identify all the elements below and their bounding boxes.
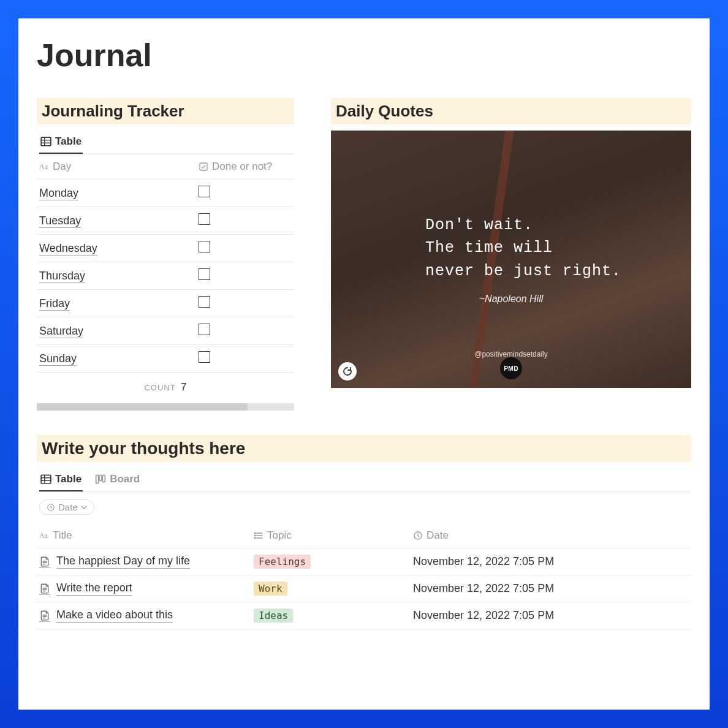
table-row[interactable]: Sunday	[37, 345, 294, 373]
date-cell: November 12, 2022 7:05 PM	[413, 609, 689, 622]
day-cell[interactable]: Friday	[39, 297, 199, 310]
chevron-down-icon	[81, 504, 87, 510]
count-value: 7	[181, 381, 186, 393]
done-cell[interactable]	[199, 324, 292, 338]
journaling-tracker-block: Journaling Tracker Table Aa Day	[37, 98, 294, 411]
day-cell[interactable]: Sunday	[39, 352, 199, 365]
quote-brand-badge: PMD	[500, 357, 522, 379]
page-icon	[39, 583, 50, 595]
topic-tag: Feelings	[254, 555, 311, 569]
checkbox[interactable]	[199, 324, 210, 335]
svg-rect-12	[103, 475, 105, 482]
clock-icon	[47, 503, 55, 512]
svg-rect-11	[99, 475, 102, 480]
table-row[interactable]: Friday	[37, 290, 294, 317]
done-cell[interactable]	[199, 241, 292, 256]
page-icon	[39, 556, 50, 568]
svg-text:Aa: Aa	[39, 162, 48, 171]
quote-text: Don't wait. The time will never be just …	[425, 214, 621, 283]
thoughts-column-headers: Aa Title Topic Date	[37, 523, 691, 548]
thoughts-tabs: Table Board	[37, 468, 691, 492]
thoughts-header: Write your thoughts here	[37, 435, 691, 462]
clock-icon	[413, 531, 423, 540]
journal-page: Journal Journaling Tracker Table Aa Day	[18, 18, 710, 710]
day-cell[interactable]: Thursday	[39, 270, 199, 282]
tracker-column-headers: Aa Day Done or not?	[37, 154, 294, 180]
quote-author: ~Napoleon Hill	[479, 294, 544, 305]
checkbox[interactable]	[199, 351, 210, 363]
col-header-day[interactable]: Aa Day	[39, 161, 199, 173]
date-cell: November 12, 2022 7:05 PM	[413, 555, 689, 568]
table-row[interactable]: Tuesday	[37, 207, 294, 235]
topic-cell[interactable]: Work	[254, 582, 413, 595]
tab-table-thoughts[interactable]: Table	[39, 468, 83, 491]
thoughts-block: Write your thoughts here Table Board Dat…	[37, 435, 691, 629]
table-row[interactable]: The happiest Day of my life Feelings Nov…	[37, 548, 691, 575]
thought-rows: The happiest Day of my life Feelings Nov…	[37, 548, 691, 629]
table-row[interactable]: Thursday	[37, 262, 294, 290]
table-icon	[40, 136, 51, 147]
svg-rect-5	[200, 163, 207, 170]
checkbox[interactable]	[199, 213, 210, 225]
table-row[interactable]: Wednesday	[37, 235, 294, 262]
text-type-icon: Aa	[39, 531, 49, 540]
sort-label: Date	[58, 502, 78, 512]
table-row[interactable]: Make a video about this Ideas November 1…	[37, 602, 691, 629]
tracker-tabs: Table	[37, 131, 294, 154]
page-title: Journal	[37, 37, 691, 74]
tracker-header: Journaling Tracker	[37, 98, 294, 124]
table-row[interactable]: Monday	[37, 180, 294, 207]
svg-point-18	[254, 533, 256, 534]
sort-date-chip[interactable]: Date	[39, 499, 94, 515]
col-header-date[interactable]: Date	[413, 529, 689, 542]
tab-table-label: Table	[55, 135, 82, 148]
day-cell[interactable]: Tuesday	[39, 214, 199, 227]
svg-rect-6	[41, 475, 51, 483]
checkbox[interactable]	[199, 241, 210, 252]
tab-board-thoughts[interactable]: Board	[94, 468, 141, 491]
day-cell[interactable]: Monday	[39, 187, 199, 200]
refresh-quote-button[interactable]	[338, 362, 357, 381]
board-icon	[95, 474, 106, 485]
title-cell[interactable]: Make a video about this	[39, 609, 254, 623]
checkbox[interactable]	[199, 268, 210, 280]
svg-text:Aa: Aa	[39, 531, 48, 540]
done-cell[interactable]	[199, 186, 292, 200]
tracker-rows: Monday Tuesday Wednesday Thursday Friday…	[37, 180, 294, 373]
title-cell[interactable]: The happiest Day of my life	[39, 555, 254, 569]
quote-card: Don't wait. The time will never be just …	[331, 131, 691, 388]
col-header-done[interactable]: Done or not?	[199, 161, 292, 173]
text-type-icon: Aa	[39, 162, 49, 172]
done-cell[interactable]	[199, 213, 292, 228]
done-cell[interactable]	[199, 268, 292, 283]
col-header-title[interactable]: Aa Title	[39, 529, 254, 542]
tab-board-label: Board	[110, 473, 140, 485]
day-cell[interactable]: Wednesday	[39, 242, 199, 255]
svg-point-19	[254, 535, 256, 536]
table-row[interactable]: Write the report Work November 12, 2022 …	[37, 575, 691, 602]
date-cell: November 12, 2022 7:05 PM	[413, 582, 689, 595]
scrollbar-thumb[interactable]	[37, 403, 248, 411]
refresh-icon	[343, 366, 352, 376]
tab-table-label: Table	[55, 473, 82, 485]
topic-tag: Work	[254, 582, 287, 596]
count-label: COUNT	[144, 383, 175, 392]
table-icon	[40, 474, 51, 485]
topic-tag: Ideas	[254, 609, 293, 623]
checkbox-type-icon	[199, 162, 208, 172]
svg-rect-0	[41, 137, 51, 146]
table-row[interactable]: Saturday	[37, 317, 294, 345]
svg-rect-10	[96, 475, 99, 483]
checkbox[interactable]	[199, 186, 210, 197]
day-cell[interactable]: Saturday	[39, 325, 199, 338]
tab-table[interactable]: Table	[39, 131, 83, 154]
done-cell[interactable]	[199, 296, 292, 311]
col-header-topic[interactable]: Topic	[254, 529, 413, 542]
page-icon	[39, 610, 50, 622]
checkbox[interactable]	[199, 296, 210, 308]
topic-cell[interactable]: Ideas	[254, 609, 413, 622]
title-cell[interactable]: Write the report	[39, 582, 254, 596]
done-cell[interactable]	[199, 351, 292, 366]
horizontal-scrollbar[interactable]	[37, 403, 294, 411]
topic-cell[interactable]: Feelings	[254, 555, 413, 568]
